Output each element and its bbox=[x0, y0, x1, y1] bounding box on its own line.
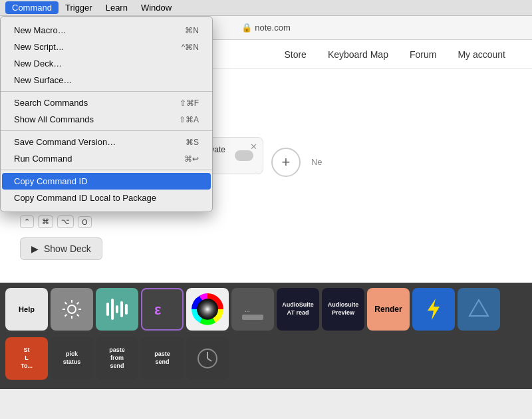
menu-new-surface[interactable]: New Surface… bbox=[2, 72, 211, 88]
dropdown-overlay: New Macro… ⌘N New Script… ^⌘N New Deck… … bbox=[0, 0, 532, 419]
menu-new-macro[interactable]: New Macro… ⌘N bbox=[2, 22, 211, 39]
menu-run-shortcut: ⌘↩ bbox=[184, 154, 199, 164]
menu-new-surface-label: New Surface… bbox=[14, 75, 72, 85]
menu-item-trigger[interactable]: Trigger bbox=[59, 1, 99, 14]
menu-item-command[interactable]: Command bbox=[5, 1, 59, 14]
menu-show-all-shortcut: ⇧⌘A bbox=[179, 115, 199, 124]
menu-save-version[interactable]: Save Command Version… ⌘S bbox=[2, 134, 211, 150]
menu-show-all-commands[interactable]: Show All Commands ⇧⌘A bbox=[2, 111, 211, 128]
menu-new-macro-label: New Macro… bbox=[14, 25, 66, 35]
menu-section-3: Save Command Version… ⌘S Run Command ⌘↩ bbox=[1, 131, 212, 170]
menu-copy-local-label: Copy Command ID Local to Package bbox=[14, 193, 156, 203]
menu-save-version-label: Save Command Version… bbox=[14, 137, 116, 147]
menu-search-commands-label: Search Commands bbox=[14, 98, 88, 108]
menu-section-1: New Macro… ⌘N New Script… ^⌘N New Deck… … bbox=[1, 19, 212, 92]
menu-section-4: Copy Command ID Copy Command ID Local to… bbox=[1, 170, 212, 209]
menu-run-label: Run Command bbox=[14, 154, 72, 164]
menu-copy-command-id[interactable]: Copy Command ID bbox=[2, 173, 211, 190]
menu-search-shortcut: ⇧⌘F bbox=[180, 98, 199, 108]
menu-search-commands[interactable]: Search Commands ⇧⌘F bbox=[2, 94, 211, 111]
menu-new-deck-label: New Deck… bbox=[14, 59, 62, 69]
menu-save-shortcut: ⌘S bbox=[186, 138, 199, 147]
menu-copy-id-label: Copy Command ID bbox=[14, 176, 88, 186]
menu-section-2: Search Commands ⇧⌘F Show All Commands ⇧⌘… bbox=[1, 92, 212, 131]
menu-new-script-label: New Script… bbox=[14, 42, 65, 52]
menu-show-all-label: Show All Commands bbox=[14, 114, 94, 124]
dropdown-menu: New Macro… ⌘N New Script… ^⌘N New Deck… … bbox=[0, 16, 213, 212]
menu-new-script[interactable]: New Script… ^⌘N bbox=[2, 39, 211, 55]
menu-bar: Command Trigger Learn Window bbox=[0, 0, 532, 16]
menu-item-window[interactable]: Window bbox=[134, 1, 178, 14]
menu-new-macro-shortcut: ⌘N bbox=[185, 26, 199, 35]
menu-item-learn[interactable]: Learn bbox=[99, 1, 134, 14]
menu-copy-id-local[interactable]: Copy Command ID Local to Package bbox=[2, 190, 211, 206]
menu-run-command[interactable]: Run Command ⌘↩ bbox=[2, 150, 211, 167]
menu-new-deck[interactable]: New Deck… bbox=[2, 55, 211, 72]
menu-new-script-shortcut: ^⌘N bbox=[182, 43, 199, 52]
